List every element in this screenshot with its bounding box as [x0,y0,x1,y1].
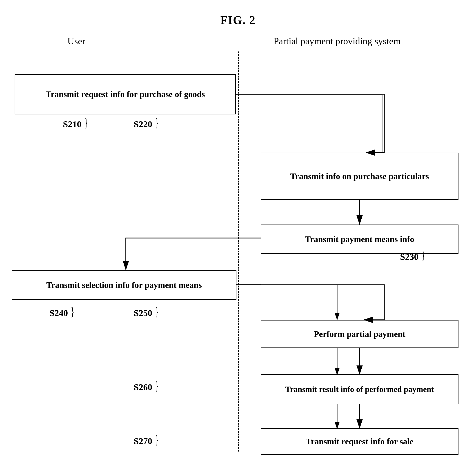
step-s270: S270 [134,436,152,446]
box-transmit-purchase-particulars: Transmit info on purchase particulars [261,153,458,200]
step-s240: S240 [49,308,68,318]
step-s260: S260 [134,382,152,392]
curly-s250: } [155,304,159,319]
curly-s270: } [155,433,159,447]
center-divider [238,52,239,452]
step-s210: S210 [63,119,81,129]
curly-s230: } [421,248,425,262]
page-title: FIG. 2 [0,0,476,36]
step-s220: S220 [134,119,152,129]
curly-s260: } [155,379,159,393]
curly-s240: } [71,304,74,319]
box-transmit-request-purchase: Transmit request info for purchase of go… [15,74,236,114]
step-s230: S230 [400,251,418,262]
box-transmit-selection-payment: Transmit selection info for payment mean… [12,270,237,300]
box-perform-partial-payment: Perform partial payment [261,320,458,348]
curly-s220: } [155,116,159,130]
box-transmit-payment-means-info: Transmit payment means info [261,224,458,254]
step-s250: S250 [134,308,152,318]
box-transmit-request-sale: Transmit request info for sale [261,428,458,455]
system-column-label: Partial payment providing system [270,36,405,46]
user-column-label: User [67,36,85,46]
curly-s210: } [84,116,88,130]
box-transmit-result-info: Transmit result info of performed paymen… [261,374,458,404]
